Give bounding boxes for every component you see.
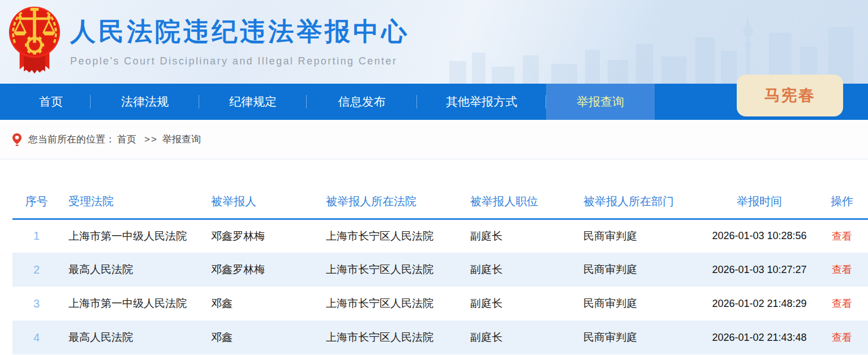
col-reported-person: 被举报人 xyxy=(203,192,318,219)
accepting-court-cell: 上海市第一中级人民法院 xyxy=(61,287,203,321)
col-department: 被举报人所在部门 xyxy=(575,192,703,219)
main-nav: 首页法律法规纪律规定信息发布其他举报方式举报查询 马宪春 xyxy=(0,84,868,120)
city-skyline-decoration xyxy=(438,16,868,84)
view-link[interactable]: 查看 xyxy=(832,298,852,309)
table-row: 1上海市第一中级人民法院邓鑫罗林梅上海市长宁区人民法院副庭长民商审判庭2026-… xyxy=(12,219,868,253)
department-cell: 民商审判庭 xyxy=(575,219,703,253)
report-time-cell: 2026-01-03 10:28:56 xyxy=(703,219,816,253)
site-subtitle: People's Court Disciplinary and Illegal … xyxy=(70,55,410,67)
court-emblem-logo xyxy=(8,5,61,79)
report-time-cell: 2026-01-02 21:48:29 xyxy=(703,287,816,321)
col-action: 操作 xyxy=(816,192,868,219)
breadcrumb-separator: >> xyxy=(144,134,158,145)
accepting-court-cell: 上海市第一中级人民法院 xyxy=(61,219,203,253)
breadcrumb-home-link[interactable]: 首页 xyxy=(117,133,136,146)
nav-items: 首页法律法规纪律规定信息发布其他举报方式举报查询 xyxy=(11,84,655,120)
table-header-row: 序号受理法院被举报人被举报人所在法院被举报人职位被举报人所在部门举报时间操作 xyxy=(12,192,868,219)
breadcrumb-current: 举报查询 xyxy=(162,133,201,146)
breadcrumb: 您当前所在的位置： 首页 >> 举报查询 xyxy=(0,120,868,159)
view-link[interactable]: 查看 xyxy=(832,231,852,242)
col-time: 举报时间 xyxy=(703,192,816,219)
user-badge[interactable]: 马宪春 xyxy=(737,75,843,116)
col-accepting-court: 受理法院 xyxy=(61,192,203,219)
nav-item-1[interactable]: 法律法规 xyxy=(91,84,199,120)
col-position: 被举报人职位 xyxy=(462,192,575,219)
department-cell: 民商审判庭 xyxy=(575,287,703,321)
reported-person-cell: 邓鑫 xyxy=(203,287,318,321)
report-time-cell: 2026-01-02 21:43:48 xyxy=(703,321,816,354)
table-row: 4最高人民法院邓鑫上海市长宁区人民法院副庭长民商审判庭2026-01-02 21… xyxy=(12,321,868,354)
position-cell: 副庭长 xyxy=(462,321,575,354)
reported-person-cell: 邓鑫罗林梅 xyxy=(203,219,318,253)
accepting-court-cell: 最高人民法院 xyxy=(61,253,203,287)
col-reported-court: 被举报人所在法院 xyxy=(318,192,462,219)
reported-person-court-cell: 上海市长宁区人民法院 xyxy=(318,287,462,321)
table-row: 2最高人民法院邓鑫罗林梅上海市长宁区人民法院副庭长民商审判庭2026-01-03… xyxy=(12,253,868,287)
action-cell: 查看 xyxy=(816,219,868,253)
row-number: 2 xyxy=(12,253,61,287)
row-number: 4 xyxy=(12,321,61,354)
action-cell: 查看 xyxy=(816,253,868,287)
site-title: 人民法院违纪违法举报中心 xyxy=(70,15,410,49)
report-time-cell: 2026-01-03 10:27:27 xyxy=(703,253,816,287)
department-cell: 民商审判庭 xyxy=(575,321,703,354)
site-header: 人民法院违纪违法举报中心 People's Court Disciplinary… xyxy=(0,0,868,84)
location-pin-icon xyxy=(12,133,22,146)
nav-item-2[interactable]: 纪律规定 xyxy=(199,84,307,120)
accepting-court-cell: 最高人民法院 xyxy=(61,321,203,354)
report-table: 序号受理法院被举报人被举报人所在法院被举报人职位被举报人所在部门举报时间操作 1… xyxy=(12,192,868,354)
table-row: 3上海市第一中级人民法院邓鑫上海市长宁区人民法院副庭长民商审判庭2026-01-… xyxy=(12,287,868,321)
department-cell: 民商审判庭 xyxy=(575,253,703,287)
view-link[interactable]: 查看 xyxy=(832,332,852,343)
row-number: 3 xyxy=(12,287,61,321)
nav-item-3[interactable]: 信息发布 xyxy=(307,84,417,120)
reported-person-court-cell: 上海市长宁区人民法院 xyxy=(318,219,462,253)
reported-person-cell: 邓鑫 xyxy=(203,321,318,354)
col-no: 序号 xyxy=(12,192,61,219)
nav-item-0[interactable]: 首页 xyxy=(11,84,91,120)
position-cell: 副庭长 xyxy=(462,287,575,321)
action-cell: 查看 xyxy=(816,287,868,321)
reported-person-court-cell: 上海市长宁区人民法院 xyxy=(318,253,462,287)
reported-person-cell: 邓鑫罗林梅 xyxy=(203,253,318,287)
position-cell: 副庭长 xyxy=(462,219,575,253)
nav-item-4[interactable]: 其他举报方式 xyxy=(417,84,546,120)
breadcrumb-label: 您当前所在的位置： xyxy=(28,133,115,146)
row-number: 1 xyxy=(12,219,61,253)
reported-person-court-cell: 上海市长宁区人民法院 xyxy=(318,321,462,354)
action-cell: 查看 xyxy=(816,321,868,354)
position-cell: 副庭长 xyxy=(462,253,575,287)
view-link[interactable]: 查看 xyxy=(832,264,852,275)
nav-item-5-active[interactable]: 举报查询 xyxy=(546,84,655,120)
report-query-results: 序号受理法院被举报人被举报人所在法院被举报人职位被举报人所在部门举报时间操作 1… xyxy=(0,192,868,354)
